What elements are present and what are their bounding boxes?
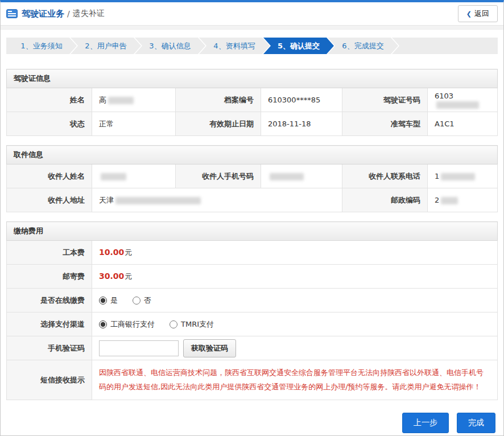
breadcrumb-current: 遗失补证 [73, 9, 105, 19]
icbc-pay-option[interactable]: 工商银行支付 [99, 319, 155, 330]
name-text: 高 [99, 96, 106, 104]
online-pay-options: 是 否 [92, 289, 498, 312]
get-code-button[interactable]: 获取验证码 [183, 339, 236, 357]
license-row-2: 状态 正常 有效期止日期 2018-11-18 准驾车型 A1C1 [7, 112, 498, 136]
license-form-icon [6, 9, 18, 18]
sms-tip-label: 短信接收提示 [7, 360, 92, 400]
step-5-confirm-submit: 5、确认提交 [263, 38, 334, 54]
work-fee-label: 工本费 [7, 241, 92, 265]
page: 驾驶证业务 / 遗失补证 ❮ 返回 1、业务须知 2、用户申告 3、确认信息 4… [0, 0, 504, 436]
name-value: 高 [92, 88, 176, 112]
prev-step-button[interactable]: 上一步 [402, 413, 449, 433]
recipient-address-label: 收件人地址 [7, 188, 92, 212]
recipient-mobile-value [261, 164, 342, 188]
expiry-value: 2018-11-18 [261, 112, 342, 136]
status-label: 状态 [7, 112, 92, 136]
sms-code-input[interactable] [99, 340, 179, 356]
finish-button[interactable]: 完成 [457, 413, 495, 433]
payment-section: 缴纳费用 工本费 10.00元 邮寄费 30.00元 是否在线缴费 是 [6, 221, 498, 400]
redacted-blur [270, 173, 304, 180]
postage-fee-row: 邮寄费 30.00元 [7, 265, 498, 289]
redacted-blur [436, 101, 479, 109]
sms-code-field: 获取验证码 [92, 336, 498, 360]
page-title: 驾驶证业务 [22, 9, 64, 19]
breadcrumb-separator: / [67, 9, 70, 18]
work-fee-amount: 10.00 [99, 248, 124, 257]
payment-channel-options: 工商银行支付 TMRI支付 [92, 312, 498, 336]
postal-code-text: 2 [435, 196, 439, 204]
postal-code-label: 邮政编码 [342, 188, 428, 212]
tmri-pay-radio[interactable] [170, 320, 177, 328]
redacted-blur [441, 197, 458, 204]
license-info-section: 驾驶证信息 姓名 高 档案编号 610300****85 驾驶证号码 6103 … [6, 69, 498, 136]
step-label: 2、用户申告 [85, 41, 126, 51]
step-3-confirm-info: 3、确认信息 [135, 38, 205, 54]
breadcrumb: 驾驶证业务 / 遗失补证 [6, 9, 105, 19]
step-4-fill-data: 4、资料填写 [199, 38, 270, 54]
work-fee-row: 工本费 10.00元 [7, 241, 498, 265]
sms-code-label: 手机验证码 [7, 336, 92, 360]
delivery-row-1: 收件人姓名 收件人手机号码 收件人联系电话 1 [7, 164, 498, 188]
redacted-blur [441, 173, 475, 180]
step-label: 3、确认信息 [149, 41, 191, 51]
online-pay-no-radio[interactable] [133, 297, 141, 305]
sms-tip-text: 因陕西省联通、电信运营商技术问题，陕西省互联网交通安全综合服务管理平台无法向持陕… [99, 360, 490, 400]
tmri-pay-option[interactable]: TMRI支付 [170, 319, 214, 330]
icbc-pay-radio[interactable] [99, 320, 107, 328]
payment-table: 缴纳费用 工本费 10.00元 邮寄费 30.00元 是否在线缴费 是 [6, 221, 498, 400]
payment-channel-label: 选择支付渠道 [7, 312, 92, 336]
sms-tip-value: 因陕西省联通、电信运营商技术问题，陕西省互联网交通安全综合服务管理平台无法向持陕… [92, 360, 498, 400]
step-label: 4、资料填写 [213, 41, 255, 51]
license-no-label: 驾驶证号码 [342, 88, 428, 112]
postal-code-value: 2 [428, 188, 498, 212]
online-pay-label: 是否在线缴费 [7, 289, 92, 312]
online-pay-no-label: 否 [144, 295, 151, 306]
postage-value: 30.00元 [92, 265, 498, 289]
online-pay-no-option[interactable]: 否 [133, 295, 151, 306]
file-no-label: 档案编号 [176, 88, 261, 112]
online-pay-yes-option[interactable]: 是 [99, 295, 118, 306]
delivery-info-table: 取件信息 收件人姓名 收件人手机号码 收件人联系电话 1 收件人地址 天津 邮政… [6, 145, 498, 212]
online-pay-yes-label: 是 [110, 295, 118, 306]
payment-channel-row: 选择支付渠道 工商银行支付 TMRI支付 [7, 312, 498, 336]
redacted-blur [108, 97, 134, 104]
license-no-value: 6103 [428, 88, 498, 112]
sms-tip-row: 短信接收提示 因陕西省联通、电信运营商技术问题，陕西省互联网交通安全综合服务管理… [7, 360, 498, 400]
step-6-complete-submit: 6、完成提交 [328, 38, 398, 54]
license-row-1: 姓名 高 档案编号 610300****85 驾驶证号码 6103 [7, 88, 498, 112]
step-nav: 1、业务须知 2、用户申告 3、确认信息 4、资料填写 5、确认提交 6、完成提… [6, 38, 498, 54]
work-fee-value: 10.00元 [92, 241, 498, 265]
work-fee-unit: 元 [125, 248, 132, 257]
license-info-table: 驾驶证信息 姓名 高 档案编号 610300****85 驾驶证号码 6103 … [6, 69, 498, 136]
redacted-blur [115, 197, 201, 204]
back-button-label: 返回 [474, 9, 489, 19]
step-label: 1、业务须知 [20, 41, 62, 51]
vehicle-class-value: A1C1 [428, 112, 498, 136]
recipient-phone-label: 收件人联系电话 [342, 164, 428, 188]
recipient-address-value: 天津 [92, 188, 342, 212]
status-value: 正常 [92, 112, 176, 136]
recipient-address-text: 天津 [99, 196, 114, 204]
postage-unit: 元 [125, 272, 132, 281]
step-2-user-declaration: 2、用户申告 [71, 38, 141, 54]
chevron-left-icon: ❮ [466, 10, 472, 18]
online-pay-yes-radio[interactable] [99, 297, 107, 305]
postage-amount: 30.00 [99, 272, 124, 281]
redacted-blur [101, 173, 126, 180]
recipient-phone-text: 1 [435, 172, 439, 180]
recipient-phone-value: 1 [428, 164, 498, 188]
header-divider [1, 25, 503, 30]
step-nav-filler [392, 38, 498, 54]
step-label: 6、完成提交 [342, 41, 383, 51]
recipient-mobile-label: 收件人手机号码 [176, 164, 261, 188]
vehicle-class-label: 准驾车型 [342, 112, 428, 136]
recipient-name-label: 收件人姓名 [7, 164, 92, 188]
license-no-text: 6103 [435, 92, 453, 100]
recipient-name-value [92, 164, 176, 188]
step-label: 5、确认提交 [278, 41, 320, 51]
delivery-row-2: 收件人地址 天津 邮政编码 2 [7, 188, 498, 212]
postage-label: 邮寄费 [7, 265, 92, 289]
expiry-label: 有效期止日期 [176, 112, 261, 136]
section-title-delivery: 取件信息 [7, 146, 498, 164]
back-button[interactable]: ❮ 返回 [458, 5, 498, 22]
